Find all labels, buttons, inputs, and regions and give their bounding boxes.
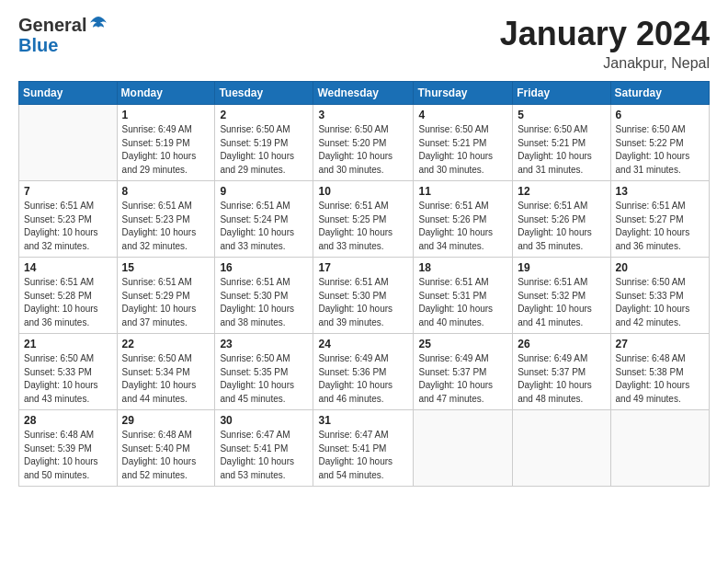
calendar-cell: 20Sunrise: 6:50 AM Sunset: 5:33 PM Dayli… [610,258,709,334]
day-number: 29 [122,414,210,427]
day-number: 22 [122,338,210,350]
calendar-cell [610,410,709,487]
calendar-cell: 9Sunrise: 6:51 AM Sunset: 5:24 PM Daylig… [215,181,313,258]
day-info: Sunrise: 6:50 AM Sunset: 5:34 PM Dayligh… [122,352,210,406]
calendar-cell: 28Sunrise: 6:48 AM Sunset: 5:39 PM Dayli… [19,410,118,487]
calendar-cell: 4Sunrise: 6:50 AM Sunset: 5:21 PM Daylig… [414,105,513,181]
day-info: Sunrise: 6:51 AM Sunset: 5:25 PM Dayligh… [318,200,408,253]
day-info: Sunrise: 6:50 AM Sunset: 5:21 PM Dayligh… [418,123,507,177]
day-number: 28 [24,414,112,427]
day-number: 16 [220,261,308,274]
day-info: Sunrise: 6:47 AM Sunset: 5:41 PM Dayligh… [220,429,308,482]
weekday-header-sunday: Sunday [19,82,118,105]
logo-blue-text: Blue [18,35,58,55]
day-info: Sunrise: 6:51 AM Sunset: 5:23 PM Dayligh… [24,200,112,253]
day-info: Sunrise: 6:49 AM Sunset: 5:19 PM Dayligh… [122,123,210,177]
calendar-cell: 16Sunrise: 6:51 AM Sunset: 5:30 PM Dayli… [215,258,313,334]
day-info: Sunrise: 6:47 AM Sunset: 5:41 PM Dayligh… [318,429,408,482]
day-number: 21 [24,338,112,350]
day-number: 18 [418,261,507,274]
calendar-cell: 29Sunrise: 6:48 AM Sunset: 5:40 PM Dayli… [117,410,215,487]
calendar-week-2: 7Sunrise: 6:51 AM Sunset: 5:23 PM Daylig… [19,181,710,258]
day-info: Sunrise: 6:51 AM Sunset: 5:32 PM Dayligh… [518,276,605,329]
day-info: Sunrise: 6:51 AM Sunset: 5:27 PM Dayligh… [616,200,704,253]
calendar-header: SundayMondayTuesdayWednesdayThursdayFrid… [19,82,710,105]
day-info: Sunrise: 6:49 AM Sunset: 5:37 PM Dayligh… [418,352,507,406]
day-number: 2 [220,109,308,121]
day-number: 19 [518,261,605,274]
calendar-title: January 2024 [500,15,710,53]
calendar-cell: 11Sunrise: 6:51 AM Sunset: 5:26 PM Dayli… [414,181,513,258]
calendar-location: Janakpur, Nepal [500,55,710,72]
header: General Blue January 2024 Janakpur, Nepa… [18,15,710,72]
day-number: 20 [616,261,704,274]
weekday-header-friday: Friday [513,82,610,105]
day-number: 25 [418,338,507,350]
day-info: Sunrise: 6:50 AM Sunset: 5:20 PM Dayligh… [318,123,408,177]
calendar-cell: 21Sunrise: 6:50 AM Sunset: 5:33 PM Dayli… [19,334,118,410]
day-number: 4 [418,109,507,121]
calendar-cell: 1Sunrise: 6:49 AM Sunset: 5:19 PM Daylig… [117,105,215,181]
day-info: Sunrise: 6:50 AM Sunset: 5:33 PM Dayligh… [616,276,704,329]
day-number: 17 [318,261,408,274]
day-info: Sunrise: 6:50 AM Sunset: 5:35 PM Dayligh… [220,352,308,406]
day-info: Sunrise: 6:48 AM Sunset: 5:38 PM Dayligh… [616,352,704,406]
day-number: 8 [122,185,210,198]
day-number: 5 [518,109,605,121]
calendar-page: General Blue January 2024 Janakpur, Nepa… [0,0,728,563]
calendar-week-1: 1Sunrise: 6:49 AM Sunset: 5:19 PM Daylig… [19,105,710,181]
calendar-week-3: 14Sunrise: 6:51 AM Sunset: 5:28 PM Dayli… [19,258,710,334]
day-info: Sunrise: 6:51 AM Sunset: 5:30 PM Dayligh… [318,276,408,329]
day-number: 11 [418,185,507,198]
day-number: 9 [220,185,308,198]
calendar-cell: 17Sunrise: 6:51 AM Sunset: 5:30 PM Dayli… [313,258,414,334]
day-number: 3 [318,109,408,121]
logo: General Blue [18,15,108,55]
day-info: Sunrise: 6:50 AM Sunset: 5:21 PM Dayligh… [518,123,605,177]
day-info: Sunrise: 6:51 AM Sunset: 5:26 PM Dayligh… [418,200,507,253]
day-info: Sunrise: 6:49 AM Sunset: 5:36 PM Dayligh… [318,352,408,406]
calendar-cell: 24Sunrise: 6:49 AM Sunset: 5:36 PM Dayli… [313,334,414,410]
day-info: Sunrise: 6:49 AM Sunset: 5:37 PM Dayligh… [518,352,605,406]
day-info: Sunrise: 6:48 AM Sunset: 5:40 PM Dayligh… [122,429,210,482]
day-number: 6 [616,109,704,121]
day-info: Sunrise: 6:51 AM Sunset: 5:29 PM Dayligh… [122,276,210,329]
day-info: Sunrise: 6:51 AM Sunset: 5:24 PM Dayligh… [220,200,308,253]
day-number: 1 [122,109,210,121]
calendar-cell: 12Sunrise: 6:51 AM Sunset: 5:26 PM Dayli… [513,181,610,258]
calendar-cell: 26Sunrise: 6:49 AM Sunset: 5:37 PM Dayli… [513,334,610,410]
calendar-cell [414,410,513,487]
logo-general-text: General [18,15,86,35]
calendar-table: SundayMondayTuesdayWednesdayThursdayFrid… [18,81,710,487]
day-number: 23 [220,338,308,350]
calendar-cell: 25Sunrise: 6:49 AM Sunset: 5:37 PM Dayli… [414,334,513,410]
day-info: Sunrise: 6:50 AM Sunset: 5:19 PM Dayligh… [220,123,308,177]
calendar-cell: 15Sunrise: 6:51 AM Sunset: 5:29 PM Dayli… [117,258,215,334]
day-number: 13 [616,185,704,198]
weekday-header-saturday: Saturday [610,82,709,105]
calendar-cell: 30Sunrise: 6:47 AM Sunset: 5:41 PM Dayli… [215,410,313,487]
day-info: Sunrise: 6:51 AM Sunset: 5:26 PM Dayligh… [518,200,605,253]
calendar-cell: 27Sunrise: 6:48 AM Sunset: 5:38 PM Dayli… [610,334,709,410]
logo-bird-icon [88,15,108,35]
weekday-header-row: SundayMondayTuesdayWednesdayThursdayFrid… [19,82,710,105]
day-info: Sunrise: 6:51 AM Sunset: 5:30 PM Dayligh… [220,276,308,329]
day-info: Sunrise: 6:51 AM Sunset: 5:28 PM Dayligh… [24,276,112,329]
calendar-cell: 2Sunrise: 6:50 AM Sunset: 5:19 PM Daylig… [215,105,313,181]
day-number: 27 [616,338,704,350]
calendar-cell [513,410,610,487]
day-number: 10 [318,185,408,198]
calendar-week-5: 28Sunrise: 6:48 AM Sunset: 5:39 PM Dayli… [19,410,710,487]
calendar-cell: 19Sunrise: 6:51 AM Sunset: 5:32 PM Dayli… [513,258,610,334]
calendar-cell [19,105,118,181]
day-number: 7 [24,185,112,198]
title-block: January 2024 Janakpur, Nepal [500,15,710,72]
day-info: Sunrise: 6:51 AM Sunset: 5:23 PM Dayligh… [122,200,210,253]
calendar-cell: 18Sunrise: 6:51 AM Sunset: 5:31 PM Dayli… [414,258,513,334]
calendar-cell: 23Sunrise: 6:50 AM Sunset: 5:35 PM Dayli… [215,334,313,410]
weekday-header-thursday: Thursday [414,82,513,105]
calendar-cell: 8Sunrise: 6:51 AM Sunset: 5:23 PM Daylig… [117,181,215,258]
day-number: 12 [518,185,605,198]
calendar-cell: 6Sunrise: 6:50 AM Sunset: 5:22 PM Daylig… [610,105,709,181]
calendar-cell: 10Sunrise: 6:51 AM Sunset: 5:25 PM Dayli… [313,181,414,258]
